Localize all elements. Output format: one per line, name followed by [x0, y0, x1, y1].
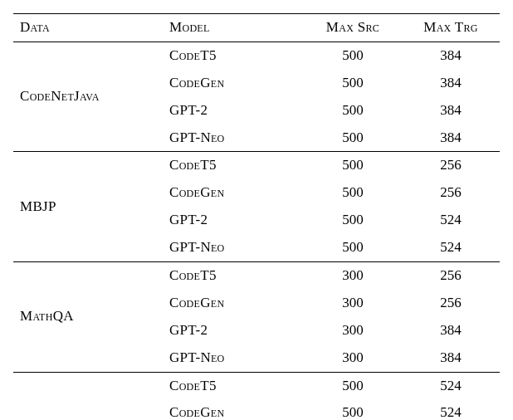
trg-cell: 384	[402, 317, 500, 344]
model-cell: GPT-2	[163, 207, 304, 234]
trg-cell: 256	[402, 262, 500, 290]
src-cell: 300	[304, 290, 402, 317]
src-cell: 500	[304, 207, 402, 234]
src-cell: 500	[304, 372, 402, 399]
src-cell: 300	[304, 344, 402, 372]
trg-cell: 384	[402, 70, 500, 97]
trg-cell: 384	[402, 97, 500, 125]
trg-cell: 384	[402, 344, 500, 372]
table-body: CodeNetJava CodeT5 500 384 CodeGen 500 3…	[13, 42, 500, 420]
model-cell: GPT-Neo	[163, 125, 304, 152]
src-cell: 500	[304, 152, 402, 179]
src-cell: 500	[304, 70, 402, 97]
model-cell: GPT-2	[163, 317, 304, 344]
trg-cell: 256	[402, 290, 500, 317]
data-cell: CodeNetJava	[13, 42, 163, 152]
model-cell: CodeGen	[163, 179, 304, 207]
model-cell: GPT-Neo	[163, 234, 304, 261]
model-cell: GPT-2	[163, 97, 304, 125]
trg-cell: 384	[402, 42, 500, 69]
trg-cell: 524	[402, 372, 500, 399]
data-cell: MathQA	[13, 262, 163, 373]
trg-cell: 524	[402, 207, 500, 234]
trg-cell: 256	[402, 179, 500, 207]
model-cell: GPT-Neo	[163, 344, 304, 372]
src-cell: 300	[304, 262, 402, 290]
data-cell: HumanEval	[13, 372, 163, 420]
table-row: MathQA CodeT5 300 256	[13, 262, 500, 290]
model-cell: CodeT5	[163, 42, 304, 69]
src-cell: 500	[304, 125, 402, 152]
src-cell: 500	[304, 234, 402, 261]
model-cell: CodeT5	[163, 152, 304, 179]
src-cell: 300	[304, 317, 402, 344]
src-cell: 500	[304, 97, 402, 125]
header-maxsrc: Max Src	[304, 14, 402, 42]
trg-cell: 384	[402, 125, 500, 152]
trg-cell: 524	[402, 234, 500, 261]
data-cell: MBJP	[13, 152, 163, 262]
table-row: CodeNetJava CodeT5 500 384	[13, 42, 500, 69]
table-row: HumanEval CodeT5 500 524	[13, 372, 500, 399]
table-header-row: Data Model Max Src Max Trg	[13, 14, 500, 42]
model-cell: CodeGen	[163, 290, 304, 317]
header-data: Data	[13, 14, 163, 42]
header-model: Model	[163, 14, 304, 42]
header-maxtrg: Max Trg	[402, 14, 500, 42]
src-cell: 500	[304, 179, 402, 207]
table-row: MBJP CodeT5 500 256	[13, 152, 500, 179]
model-cell: CodeGen	[163, 70, 304, 97]
model-cell: CodeT5	[163, 262, 304, 290]
trg-cell: 256	[402, 152, 500, 179]
trg-cell: 524	[402, 399, 500, 420]
data-table: Data Model Max Src Max Trg CodeNetJava C…	[13, 13, 500, 420]
model-cell: CodeT5	[163, 372, 304, 399]
model-cell: CodeGen	[163, 399, 304, 420]
src-cell: 500	[304, 399, 402, 420]
src-cell: 500	[304, 42, 402, 69]
